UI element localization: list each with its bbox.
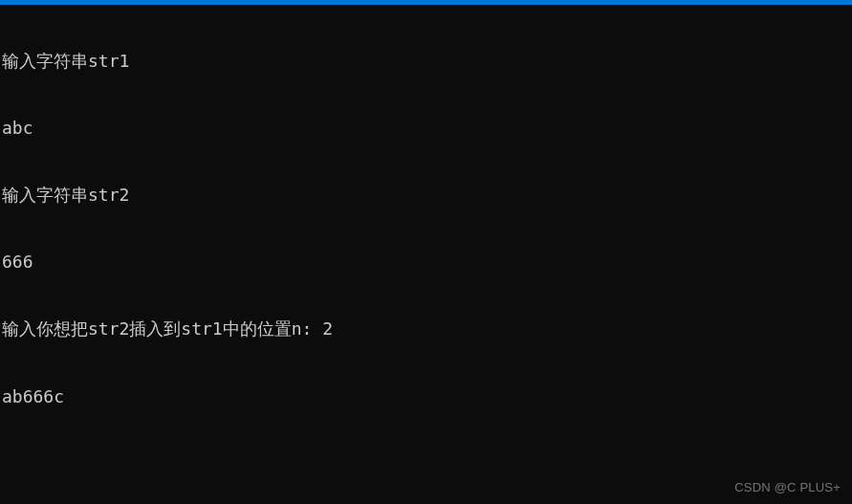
console-line: 输入字符串str1 <box>2 50 850 72</box>
console-line <box>2 452 850 474</box>
watermark: CSDN @C PLUS+ <box>734 480 841 496</box>
console-line: 666 <box>2 251 850 273</box>
console-line: ab666c <box>2 385 850 407</box>
console-output[interactable]: 输入字符串str1 abc 输入字符串str2 666 输入你想把str2插入到… <box>0 5 852 504</box>
console-line: 输入你想把str2插入到str1中的位置n: 2 <box>2 318 850 340</box>
console-line: 输入字符串str2 <box>2 184 850 206</box>
console-line: abc <box>2 117 850 139</box>
